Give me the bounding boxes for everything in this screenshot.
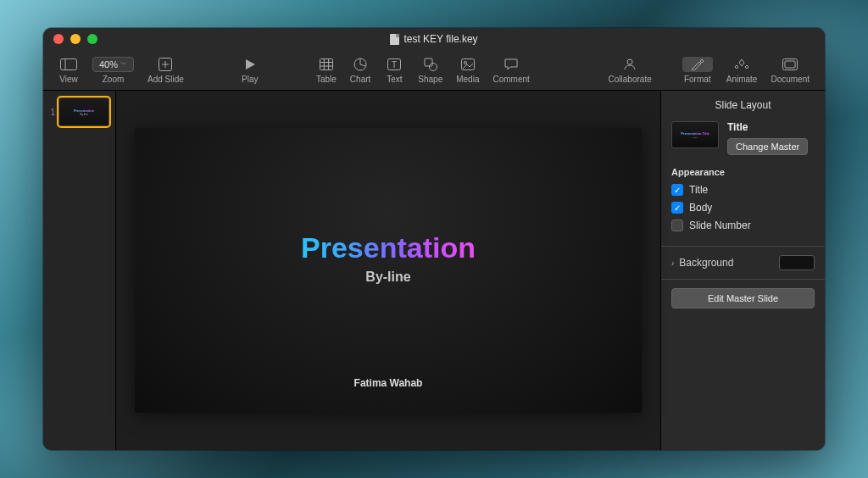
app-window: test KEY file.key View 40% ﹀ Zoom: [43, 28, 825, 450]
svg-rect-14: [425, 58, 432, 66]
title-checkbox-label: Title: [689, 184, 708, 196]
slide-canvas[interactable]: Presentation By-line Fatima Wahab: [135, 128, 642, 413]
svg-point-18: [627, 59, 632, 64]
chevron-right-icon: ›: [671, 258, 674, 268]
slide-number-checkbox-label: Slide Number: [689, 220, 751, 231]
slide-author[interactable]: Fatima Wahab: [354, 377, 423, 389]
shape-icon: [424, 57, 437, 72]
slide-number-checkbox-row[interactable]: Slide Number: [671, 220, 815, 231]
background-label: Background: [679, 257, 733, 269]
slide-title[interactable]: Presentation: [301, 231, 476, 264]
svg-point-15: [429, 63, 437, 70]
background-swatch[interactable]: [779, 255, 815, 270]
inspector-header: Slide Layout: [671, 99, 815, 111]
edit-master-slide-button[interactable]: Edit Master Slide: [671, 288, 815, 308]
toolbar: View 40% ﹀ Zoom Add Slide: [43, 50, 825, 91]
background-row[interactable]: › Background: [671, 255, 815, 270]
titlebar: test KEY file.key: [43, 28, 825, 50]
minimize-window-button[interactable]: [70, 34, 81, 44]
svg-rect-23: [785, 61, 795, 68]
document-rect-icon: [782, 57, 798, 72]
document-button[interactable]: Document: [764, 57, 816, 84]
format-icon: [682, 57, 713, 72]
svg-rect-6: [320, 58, 332, 69]
zoom-dropdown[interactable]: 40% ﹀: [92, 57, 134, 72]
change-master-button[interactable]: Change Master: [727, 138, 808, 155]
zoom-window-button[interactable]: [87, 34, 97, 44]
zoom-button[interactable]: 40% ﹀ Zoom: [86, 57, 141, 84]
table-icon: [320, 57, 333, 72]
animate-button[interactable]: Animate: [720, 57, 765, 84]
comment-button[interactable]: Comment: [486, 57, 536, 84]
body-checkbox-label: Body: [689, 202, 712, 214]
checkbox-checked-icon[interactable]: ✓: [671, 202, 683, 214]
play-icon: [244, 57, 256, 72]
checkbox-unchecked-icon[interactable]: [671, 220, 683, 231]
document-icon: [390, 34, 399, 45]
svg-rect-0: [61, 58, 77, 69]
svg-marker-21: [745, 65, 748, 69]
checkbox-checked-icon[interactable]: ✓: [671, 184, 683, 196]
svg-marker-19: [739, 59, 744, 66]
layout-thumbnail: Presentation Title ——: [671, 121, 719, 148]
appearance-label: Appearance: [671, 167, 815, 177]
shape-button[interactable]: Shape: [411, 57, 449, 84]
navigator-slide-row[interactable]: 1 Presentation By-line: [48, 97, 110, 126]
collaborate-button[interactable]: Collaborate: [602, 57, 659, 84]
svg-point-17: [464, 61, 466, 64]
play-button[interactable]: Play: [233, 57, 267, 84]
collaborate-icon: [622, 57, 637, 72]
animate-icon: [734, 57, 749, 72]
svg-marker-5: [246, 59, 255, 69]
slide-byline[interactable]: By-line: [365, 270, 410, 285]
format-button[interactable]: Format: [676, 57, 720, 84]
plus-icon: [159, 57, 172, 72]
svg-text:T: T: [392, 60, 397, 69]
table-button[interactable]: Table: [309, 57, 343, 84]
slide-thumbnail[interactable]: Presentation By-line: [58, 97, 109, 126]
view-button[interactable]: View: [52, 57, 86, 84]
format-inspector: Slide Layout Presentation Title —— Title…: [660, 91, 825, 450]
chart-button[interactable]: Chart: [343, 57, 377, 84]
window-title-text: test KEY file.key: [403, 33, 477, 45]
view-icon: [60, 57, 77, 72]
slide-navigator: 1 Presentation By-line: [43, 91, 116, 450]
body-checkbox-row[interactable]: ✓ Body: [671, 202, 815, 214]
window-title: test KEY file.key: [390, 33, 477, 45]
canvas-area[interactable]: Presentation By-line Fatima Wahab: [116, 91, 660, 450]
slide-number: 1: [48, 108, 55, 117]
media-button[interactable]: Media: [449, 57, 486, 84]
comment-icon: [504, 57, 518, 72]
svg-marker-20: [735, 65, 738, 69]
media-icon: [461, 57, 475, 72]
content-area: 1 Presentation By-line Presentation By-l…: [43, 91, 825, 450]
text-button[interactable]: T Text: [377, 57, 411, 84]
title-checkbox-row[interactable]: ✓ Title: [671, 184, 815, 196]
close-window-button[interactable]: [53, 34, 64, 44]
chart-icon: [353, 57, 367, 72]
text-icon: T: [387, 57, 401, 72]
divider: [661, 246, 825, 247]
layout-name: Title: [727, 121, 815, 133]
divider: [661, 279, 825, 280]
chevron-down-icon: ﹀: [120, 59, 127, 69]
traffic-lights: [53, 34, 97, 44]
add-slide-button[interactable]: Add Slide: [141, 57, 191, 84]
